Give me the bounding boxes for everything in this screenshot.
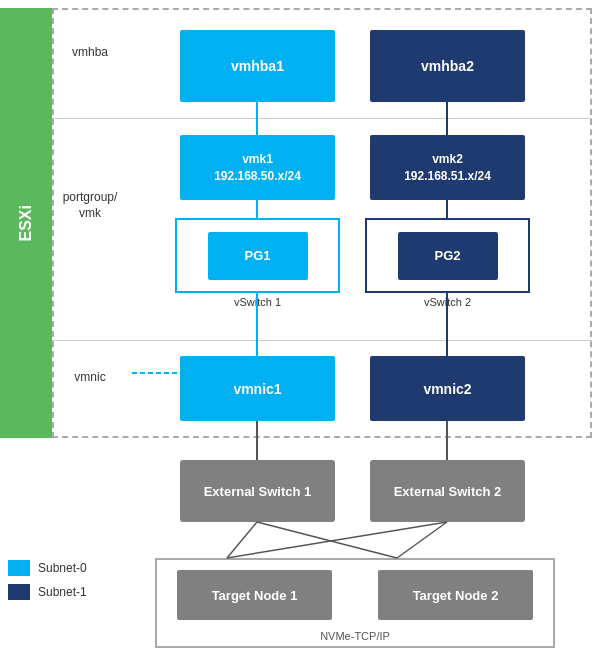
pg2-box: PG2 — [398, 232, 498, 280]
pg1-box: PG1 — [208, 232, 308, 280]
vmk1-box: vmk1 192.168.50.x/24 — [180, 135, 335, 200]
external-switch-2-box: External Switch 2 — [370, 460, 525, 522]
svg-line-11 — [227, 522, 447, 558]
target-nodes-container: Target Node 1 Target Node 2 NVMe-TCP/IP — [155, 558, 555, 648]
divider-1 — [52, 118, 592, 119]
nvme-label: NVMe-TCP/IP — [157, 630, 553, 642]
legend-subnet0-label: Subnet-0 — [38, 561, 87, 575]
target-node-2-box: Target Node 2 — [378, 570, 533, 620]
pg2-container: PG2 vSwitch 2 — [365, 218, 530, 323]
pg1-container: PG1 vSwitch 1 — [175, 218, 340, 323]
external-switch-1-box: External Switch 1 — [180, 460, 335, 522]
vmnic1-box: vmnic1 — [180, 356, 335, 421]
legend-subnet1-label: Subnet-1 — [38, 585, 87, 599]
legend-subnet0: Subnet-0 — [8, 560, 87, 576]
esxi-label: ESXi — [17, 205, 35, 241]
legend-subnet1: Subnet-1 — [8, 584, 87, 600]
vswitch2-label: vSwitch 2 — [365, 296, 530, 308]
legend-cyan-box — [8, 560, 30, 576]
pg2-outer: PG2 — [365, 218, 530, 293]
legend: Subnet-0 Subnet-1 — [8, 560, 87, 600]
svg-line-10 — [257, 522, 397, 558]
esxi-bar: ESXi — [0, 8, 52, 438]
vmhba2-box: vmhba2 — [370, 30, 525, 102]
vmk2-box: vmk2 192.168.51.x/24 — [370, 135, 525, 200]
legend-navy-box — [8, 584, 30, 600]
diagram-container: ESXi vmhba portgroup/vmk vmnic vmhba1 vm… — [0, 0, 607, 662]
vmhba-row-label: vmhba — [55, 45, 125, 59]
vmnic2-box: vmnic2 — [370, 356, 525, 421]
target-node-1-box: Target Node 1 — [177, 570, 332, 620]
pg1-outer: PG1 — [175, 218, 340, 293]
vswitch1-label: vSwitch 1 — [175, 296, 340, 308]
divider-2 — [52, 340, 592, 341]
svg-line-9 — [227, 522, 257, 558]
svg-line-12 — [397, 522, 447, 558]
vmhba1-box: vmhba1 — [180, 30, 335, 102]
portgroup-row-label: portgroup/vmk — [55, 190, 125, 221]
vmnic-row-label: vmnic — [55, 370, 125, 384]
